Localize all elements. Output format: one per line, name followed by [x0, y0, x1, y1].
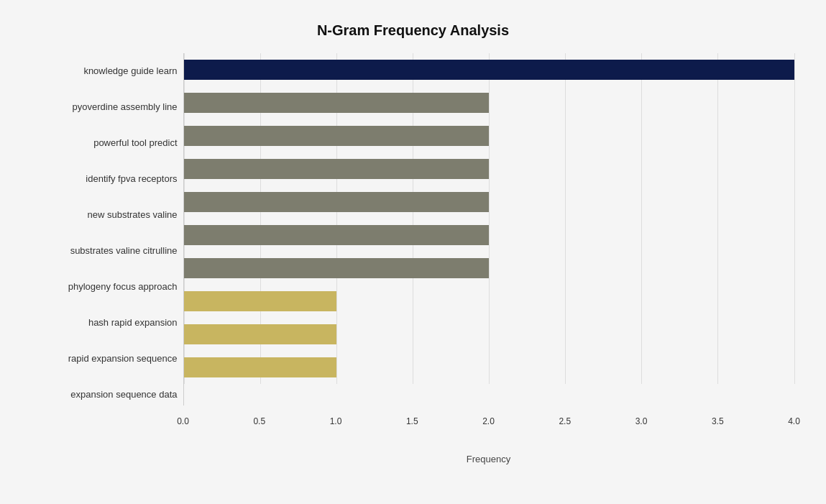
bar-row [184, 155, 794, 183]
bar [184, 192, 490, 212]
bar-row [184, 255, 794, 282]
bar [184, 126, 490, 146]
bar-row [184, 354, 794, 381]
y-label: knowledge guide learn [32, 65, 183, 77]
bar-row [184, 89, 794, 116]
bar [184, 60, 794, 80]
x-axis-label: Frequency [467, 454, 510, 464]
bar [184, 258, 490, 278]
y-label: phylogeny focus approach [32, 281, 183, 293]
y-label: new substrates valine [32, 209, 183, 221]
chart-title: N-Gram Frequency Analysis [32, 22, 794, 39]
y-label: powerful tool predict [32, 137, 183, 149]
bar-row [184, 188, 794, 216]
y-label: rapid expansion sequence [32, 353, 183, 365]
bar-row [184, 56, 794, 83]
bars-wrapper [183, 53, 794, 406]
y-label: substrates valine citrulline [32, 245, 183, 257]
bar-row [184, 288, 794, 315]
y-label: expansion sequence data [32, 389, 183, 400]
bar-row [184, 321, 794, 348]
bar [184, 93, 490, 113]
bar [184, 291, 336, 311]
bar [184, 324, 336, 344]
y-labels: knowledge guide learnpyoverdine assembly… [32, 53, 183, 434]
bar [184, 357, 336, 377]
y-label: identify fpva receptors [32, 173, 183, 185]
bar-row [184, 122, 794, 150]
plot-area: 0.00.51.01.52.02.53.03.54.0 Frequency [183, 53, 794, 434]
chart-container: N-Gram Frequency Analysis knowledge guid… [18, 8, 809, 497]
grid-line [794, 53, 795, 384]
y-label: pyoverdine assembly line [32, 101, 183, 113]
bar [184, 159, 490, 179]
bar [184, 225, 490, 245]
chart-area: knowledge guide learnpyoverdine assembly… [32, 53, 794, 434]
y-label: hash rapid expansion [32, 317, 183, 329]
bar-row [184, 221, 794, 249]
